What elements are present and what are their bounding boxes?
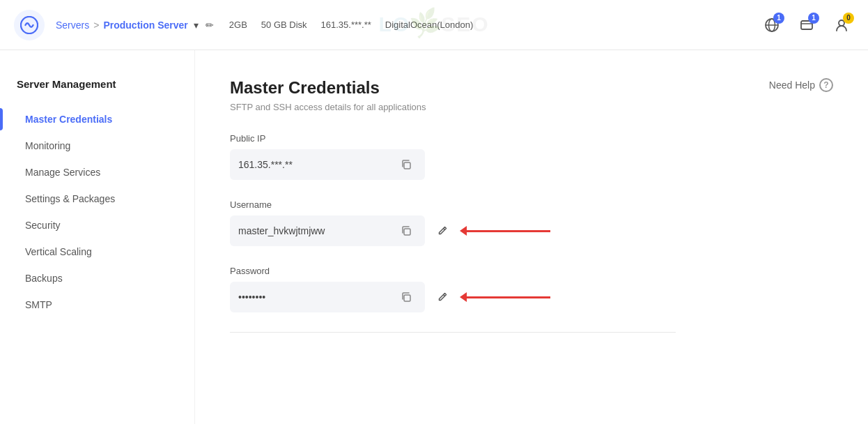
need-help-label: Need Help <box>769 80 815 91</box>
password-arrow-line <box>467 296 550 298</box>
need-help-button[interactable]: Need Help ? <box>769 78 833 92</box>
edit-server-icon[interactable]: ✏ <box>206 20 214 31</box>
globe-icon-btn[interactable]: 1 <box>759 13 784 38</box>
username-field-group: Username master_hvkwjtmjww <box>230 199 676 246</box>
breadcrumb: Servers > Production Server ▾ ✏ 2GB 50 G… <box>56 20 759 31</box>
arrow-line <box>467 230 550 232</box>
public-ip-label: Public IP <box>230 133 676 144</box>
breadcrumb-separator: > <box>93 20 99 31</box>
username-row: master_hvkwjtmjww <box>230 215 676 246</box>
globe-badge: 1 <box>773 13 784 24</box>
password-edit-button[interactable] <box>432 287 453 308</box>
server-ram: 2GB <box>229 20 247 30</box>
sidebar-item-vertical-scaling[interactable]: Vertical Scaling <box>17 239 178 264</box>
server-disk: 50 GB Disk <box>261 20 307 30</box>
server-provider: DigitalOcean(London) <box>385 20 473 30</box>
username-arrow-indicator <box>460 226 550 236</box>
sidebar-item-master-credentials[interactable]: Master Credentials <box>17 107 178 132</box>
window-icon-btn[interactable]: 1 <box>794 13 819 38</box>
logo[interactable] <box>14 10 45 40</box>
public-ip-value: 161.35.***.** <box>238 159 396 170</box>
user-icon-btn[interactable]: 0 <box>829 13 854 38</box>
page-header-text: Master Credentials SFTP and SSH access d… <box>230 78 426 112</box>
password-value: •••••••• <box>238 292 396 303</box>
arrow-head-icon <box>460 226 467 236</box>
svg-rect-9 <box>404 295 410 301</box>
sidebar: Server Management Master Credentials Mon… <box>0 50 195 424</box>
sidebar-title: Server Management <box>17 78 178 90</box>
main-content: Master Credentials SFTP and SSH access d… <box>195 50 868 424</box>
user-badge: 0 <box>843 13 854 24</box>
layout: Server Management Master Credentials Mon… <box>0 50 868 424</box>
password-arrow-head-icon <box>460 292 467 302</box>
username-copy-button[interactable] <box>396 220 417 241</box>
sidebar-item-backups[interactable]: Backups <box>17 266 178 291</box>
username-input-wrapper: master_hvkwjtmjww <box>230 215 425 246</box>
username-edit-button[interactable] <box>432 220 453 241</box>
page-title: Master Credentials <box>230 78 426 98</box>
public-ip-row: 161.35.***.** <box>230 149 676 180</box>
public-ip-copy-button[interactable] <box>396 154 417 175</box>
page-subtitle: SFTP and SSH access details for all appl… <box>230 102 426 112</box>
breadcrumb-servers[interactable]: Servers <box>56 20 89 31</box>
public-ip-field-group: Public IP 161.35.***.** <box>230 133 676 180</box>
help-circle-icon: ? <box>819 78 833 92</box>
header-icons: 1 1 0 <box>759 13 854 38</box>
sidebar-item-settings-packages[interactable]: Settings & Packages <box>17 186 178 211</box>
window-badge: 1 <box>808 13 819 24</box>
svg-rect-8 <box>404 229 410 235</box>
password-input-wrapper: •••••••• <box>230 282 425 312</box>
sidebar-item-smtp[interactable]: SMTP <box>17 292 178 317</box>
username-value: master_hvkwjtmjww <box>238 225 396 236</box>
svg-rect-7 <box>404 162 410 169</box>
sidebar-item-security[interactable]: Security <box>17 213 178 238</box>
section-divider <box>230 332 676 333</box>
password-label: Password <box>230 266 676 276</box>
password-copy-button[interactable] <box>396 287 417 308</box>
username-label: Username <box>230 199 676 210</box>
password-field-group: Password •••••••• <box>230 266 676 312</box>
sidebar-item-monitoring[interactable]: Monitoring <box>17 133 178 158</box>
main-header: Master Credentials SFTP and SSH access d… <box>230 78 833 112</box>
password-arrow-indicator <box>460 292 550 302</box>
header-meta: 2GB 50 GB Disk 161.35.***.** DigitalOcea… <box>229 20 474 30</box>
breadcrumb-current[interactable]: Production Server <box>103 20 187 31</box>
chevron-down-icon[interactable]: ▾ <box>194 20 199 31</box>
password-row: •••••••• <box>230 282 676 312</box>
sidebar-item-manage-services[interactable]: Manage Services <box>17 160 178 185</box>
header: Servers > Production Server ▾ ✏ 2GB 50 G… <box>0 0 868 50</box>
public-ip-input-wrapper: 161.35.***.** <box>230 149 425 180</box>
server-ip: 161.35.***.** <box>321 20 371 30</box>
